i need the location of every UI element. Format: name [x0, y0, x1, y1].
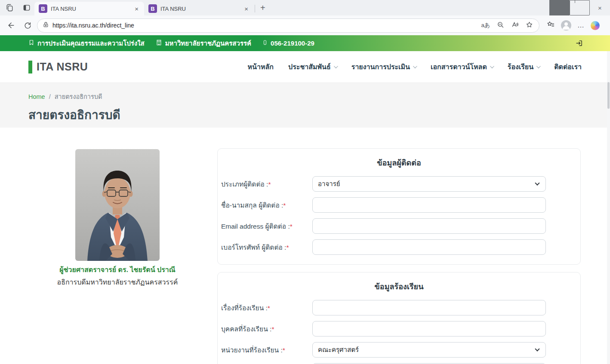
contact-type-select[interactable]: อาจารย์: [312, 176, 546, 192]
main-content: ผู้ช่วยศาสตราจารย์ ดร. ไชยรัตน์ ปราณี อธ…: [0, 128, 610, 364]
logo-green-bar: [28, 61, 32, 73]
nav-assessment-reports[interactable]: รายงานการประเมิน: [351, 61, 416, 72]
topbar-phone[interactable]: 056-219100-29: [262, 39, 314, 47]
form-row-contact-email: Email address ผู้ติดต่อ :*: [221, 218, 577, 234]
login-icon[interactable]: [576, 40, 583, 49]
breadcrumb: Home / สายตรงอธิการบดี: [28, 92, 582, 101]
workspaces-icon[interactable]: [5, 3, 14, 12]
url-text[interactable]: https://ita.nsru.ac.th/direct_line: [52, 22, 478, 29]
nav-news[interactable]: ประชาสัมพันธ์: [288, 61, 337, 72]
scrollbar-thumb[interactable]: [607, 82, 610, 109]
settings-more-icon[interactable]: …: [577, 21, 585, 29]
field-label: ชื่อ-นามสกุล ผู้ติดต่อ :*: [221, 200, 312, 211]
contact-card-title: ข้อมูลผู้ติดต่อ: [221, 156, 577, 169]
field-label: ประเภทผู้ติดต่อ :*: [221, 179, 312, 190]
site-logo[interactable]: ITA NSRU: [28, 61, 88, 73]
nav-downloads[interactable]: เอกสารดาวน์โหลด: [431, 61, 493, 72]
tab-title: ITA NSRU: [51, 6, 130, 12]
contact-phone-input[interactable]: [312, 239, 546, 255]
form-row-complaint-person: บุคคลที่ร้องเรียน :*: [221, 321, 577, 336]
nav-contact[interactable]: ติดต่อเรา: [554, 61, 582, 72]
complaint-person-input[interactable]: [312, 321, 546, 336]
complaint-subject-input[interactable]: [312, 300, 546, 315]
tab-actions-icon[interactable]: [22, 3, 31, 12]
topbar-university-link[interactable]: มหาวิทยาลัยราชภัฏนครสวรรค์: [156, 38, 251, 49]
field-label: เรื่องที่ร้องเรียน :*: [221, 303, 312, 313]
lock-icon[interactable]: [43, 21, 49, 30]
required-asterisk: *: [286, 244, 289, 251]
browser-tab-active[interactable]: B ITA NSRU ×: [34, 2, 144, 15]
required-asterisk: *: [268, 180, 271, 188]
topbar-ita-link[interactable]: การประเมินคุณธรรมและความโปร่งใส: [28, 38, 145, 49]
form-row-contact-type: ประเภทผู้ติดต่อ :* อาจารย์: [221, 176, 577, 192]
browser-tab-inactive[interactable]: B ITA NSRU ×: [144, 2, 254, 15]
profile-avatar[interactable]: [561, 20, 571, 31]
nav-home[interactable]: หน้าหลัก: [248, 61, 274, 72]
site-header: ITA NSRU หน้าหลัก ประชาสัมพันธ์ รายงานกา…: [0, 51, 610, 83]
chancellor-position: อธิการบดีมหาวิทยาลัยราชภัฏนครสวรรค์: [28, 277, 206, 288]
form-row-contact-phone: เบอร์โทรศัพท์ ผู้ติดต่อ :*: [221, 239, 577, 255]
building-icon: [156, 39, 162, 47]
read-aloud-icon[interactable]: [511, 21, 519, 30]
address-bar[interactable]: https://ita.nsru.ac.th/direct_line aあ: [37, 18, 539, 33]
copilot-icon[interactable]: [591, 21, 600, 30]
site-favicon: B: [39, 4, 47, 13]
logo-text: ITA NSRU: [37, 61, 88, 73]
minimize-button[interactable]: [549, 0, 570, 15]
required-asterisk: *: [283, 346, 285, 354]
phone-icon: [262, 39, 268, 47]
field-label: Email address ผู้ติดต่อ :*: [221, 221, 312, 232]
forms-column: ข้อมูลผู้ติดต่อ ประเภทผู้ติดต่อ :* อาจาร…: [217, 148, 581, 364]
page-title: สายตรงอธิการบดี: [28, 105, 582, 124]
contact-info-card: ข้อมูลผู้ติดต่อ ประเภทผู้ติดต่อ :* อาจาร…: [217, 148, 581, 265]
tab-divider: [255, 5, 255, 12]
browser-tab-bar: B ITA NSRU × B ITA NSRU × + ×: [0, 0, 610, 15]
page-title-band: Home / สายตรงอธิการบดี สายตรงอธิการบดี: [0, 83, 610, 128]
nav-complaints[interactable]: ร้องเรียน: [508, 61, 539, 72]
chancellor-photo: [75, 149, 160, 261]
translate-icon[interactable]: aあ: [481, 21, 490, 29]
tab-close-icon[interactable]: ×: [133, 5, 140, 12]
field-label: หน่วยงานที่ร้องเรียน :*: [221, 345, 312, 355]
tab-title: ITA NSRU: [160, 6, 240, 12]
tab-close-icon[interactable]: ×: [243, 5, 250, 12]
chancellor-name: ผู้ช่วยศาสตราจารย์ ดร. ไชยรัตน์ ปราณี: [28, 264, 206, 275]
required-asterisk: *: [283, 202, 286, 209]
restore-button[interactable]: [570, 0, 590, 15]
new-tab-button[interactable]: +: [258, 3, 270, 15]
breadcrumb-separator: /: [49, 93, 51, 100]
form-row-complaint-subject: เรื่องที่ร้องเรียน :*: [221, 300, 577, 315]
browser-toolbar: https://ita.nsru.ac.th/direct_line aあ: [0, 15, 610, 35]
contact-email-input[interactable]: [312, 218, 546, 234]
breadcrumb-current: สายตรงอธิการบดี: [55, 92, 102, 101]
required-asterisk: *: [271, 325, 274, 333]
main-navigation: หน้าหลัก ประชาสัมพันธ์ รายงานการประเมิน …: [248, 61, 582, 72]
chancellor-profile: ผู้ช่วยศาสตราจารย์ ดร. ไชยรัตน์ ปราณี อธ…: [28, 149, 206, 288]
zoom-out-icon[interactable]: [497, 21, 504, 30]
required-asterisk: *: [290, 223, 293, 230]
favorite-star-icon[interactable]: [526, 21, 533, 30]
chevron-down-icon: [413, 64, 417, 68]
breadcrumb-home-link[interactable]: Home: [28, 93, 45, 100]
complaint-department-select[interactable]: คณะครุศาสตร์: [312, 342, 546, 358]
chevron-down-icon: [490, 64, 494, 68]
bookmark-icon: [28, 39, 34, 47]
top-info-bar: การประเมินคุณธรรมและความโปร่งใส มหาวิทยา…: [0, 35, 610, 51]
favorites-list-icon[interactable]: [546, 21, 555, 30]
refresh-icon[interactable]: [21, 18, 34, 32]
close-window-button[interactable]: ×: [590, 0, 610, 15]
contact-name-input[interactable]: [312, 197, 546, 213]
site-favicon: B: [148, 4, 157, 13]
chevron-down-icon: [334, 64, 338, 68]
chevron-down-icon: [536, 64, 541, 68]
back-icon[interactable]: [4, 18, 18, 32]
field-label: เบอร์โทรศัพท์ ผู้ติดต่อ :*: [221, 242, 312, 253]
complaint-info-card: ข้อมูลร้องเรียน เรื่องที่ร้องเรียน :* บุ…: [217, 272, 581, 364]
page-scrollbar[interactable]: [607, 51, 610, 364]
form-row-contact-name: ชื่อ-นามสกุล ผู้ติดต่อ :*: [221, 197, 577, 213]
required-asterisk: *: [268, 304, 270, 312]
field-label: บุคคลที่ร้องเรียน :*: [221, 324, 312, 334]
form-row-complaint-department: หน่วยงานที่ร้องเรียน :* คณะครุศาสตร์: [221, 342, 577, 358]
complaint-card-title: ข้อมูลร้องเรียน: [221, 280, 577, 293]
